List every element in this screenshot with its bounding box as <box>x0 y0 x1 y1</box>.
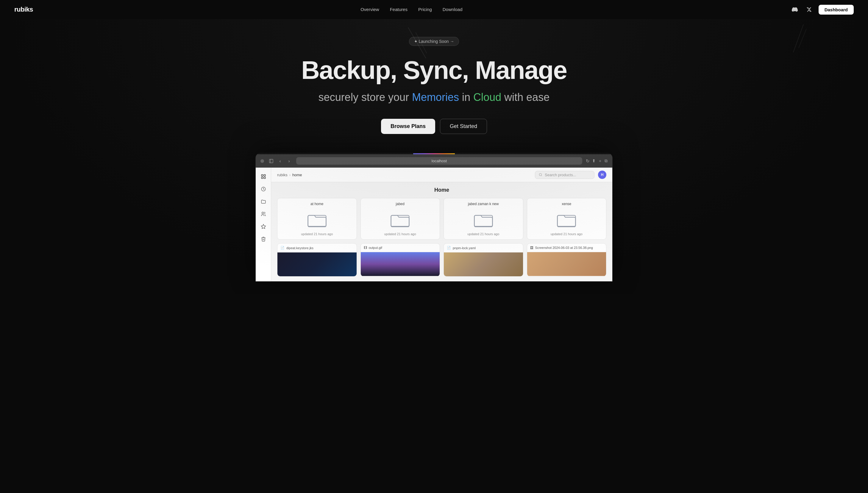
file-name: Screenshot 2024-06-03 at 23.56.38.png <box>535 246 593 250</box>
discord-icon[interactable] <box>790 5 800 14</box>
svg-rect-3 <box>264 174 265 176</box>
sidebar-icon-folder[interactable] <box>258 196 269 207</box>
sidebar-icon-clock[interactable] <box>258 184 269 194</box>
new-tab-icon[interactable]: ＋ <box>598 158 602 164</box>
file-thumbnail <box>444 253 523 276</box>
subtitle-suffix: with ease <box>501 91 549 103</box>
files-grid: 📄 dipeat.keystore.jks 🎞 output.gif 📄 pnp… <box>277 243 606 277</box>
file-name: dipeat.keystore.jks <box>286 246 313 250</box>
file-header: 📄 dipeat.keystore.jks <box>277 243 356 253</box>
browser-mockup: ‹ › localhost ↻ ⬆ ＋ ⧉ <box>255 153 613 282</box>
folder-name: jabed zaman k new <box>448 202 519 206</box>
sidebar-icon-users[interactable] <box>258 209 269 219</box>
launch-badge[interactable]: ✦ Launching Soon → <box>409 37 459 46</box>
nav-overview[interactable]: Overview <box>361 7 379 12</box>
share-icon[interactable]: ⬆ <box>592 158 595 164</box>
browser-controls <box>260 159 264 163</box>
app-header: rubiks › home Search products... H <box>271 168 612 182</box>
svg-point-7 <box>262 212 263 214</box>
twitter-icon[interactable] <box>804 5 814 14</box>
search-placeholder: Search products... <box>545 173 576 177</box>
sidebar-icon-trash[interactable] <box>258 234 269 244</box>
url-text: localhost <box>432 159 447 163</box>
folder-updated: updated 21 hours ago <box>531 232 603 236</box>
breadcrumb-root[interactable]: rubiks <box>277 173 287 177</box>
file-card[interactable]: 📄 pnpm-lock.yaml <box>443 243 523 277</box>
subtitle-memories: Memories <box>412 91 459 103</box>
svg-rect-5 <box>264 177 265 179</box>
file-header: 🎞 output.gif <box>361 243 440 252</box>
hero-section: ✦ Launching Soon → Backup, Sync, Manage … <box>0 19 868 294</box>
file-card[interactable]: 🖼 Screenshot 2024-06-03 at 23.56.38.png <box>527 243 607 277</box>
folder-card[interactable]: xense updated 21 hours ago <box>527 198 607 240</box>
folder-name: at home <box>281 202 353 206</box>
browser-forward-btn[interactable]: › <box>285 157 292 165</box>
folder-card[interactable]: jabed updated 21 hours ago <box>361 198 440 240</box>
subtitle-middle: in <box>459 91 473 103</box>
browser-dot-1 <box>260 159 264 163</box>
folder-card[interactable]: at home updated 21 hours ago <box>277 198 357 240</box>
subtitle-cloud: Cloud <box>473 91 501 103</box>
avatar[interactable]: H <box>598 171 606 179</box>
file-thumbnail <box>361 252 440 276</box>
nav-right: Dashboard <box>790 5 854 15</box>
folder-name: jabed <box>364 202 436 206</box>
navbar: rubiks Overview Features Pricing Downloa… <box>0 0 868 19</box>
browser-sidebar-icon[interactable] <box>267 157 275 165</box>
svg-rect-4 <box>261 177 263 179</box>
file-icon: 📄 <box>280 246 285 250</box>
svg-point-9 <box>539 174 542 176</box>
hero-title: Backup, Sync, Manage <box>6 57 862 83</box>
folder-icon <box>391 210 410 229</box>
logo[interactable]: rubiks <box>14 6 33 14</box>
browser-url-bar[interactable]: localhost <box>296 157 582 165</box>
folder-icon <box>474 210 493 229</box>
file-card[interactable]: 🎞 output.gif <box>361 243 440 277</box>
browser-nav-buttons: ‹ › <box>267 157 292 165</box>
svg-marker-8 <box>261 224 265 229</box>
reload-icon[interactable]: ↻ <box>586 158 590 164</box>
file-icon: 🎞 <box>364 246 367 250</box>
browser-back-btn[interactable]: ‹ <box>277 157 284 165</box>
svg-rect-0 <box>269 159 273 163</box>
hero-buttons: Browse Plans Get Started <box>6 119 862 134</box>
app-sidebar <box>256 168 271 281</box>
folder-icon-wrap <box>531 209 603 230</box>
folder-name: xense <box>531 202 603 206</box>
sidebar-icon-home[interactable] <box>258 171 269 182</box>
folder-icon-wrap <box>448 209 519 230</box>
app-main: rubiks › home Search products... H Hom <box>271 168 612 281</box>
file-card[interactable]: 📄 dipeat.keystore.jks <box>277 243 357 277</box>
breadcrumb-separator: › <box>289 173 290 177</box>
file-name: output.gif <box>369 246 382 250</box>
dashboard-button[interactable]: Dashboard <box>819 5 854 15</box>
nav-features[interactable]: Features <box>390 7 408 12</box>
folder-card[interactable]: jabed zaman k new updated 21 hours ago <box>443 198 523 240</box>
search-bar[interactable]: Search products... <box>535 171 594 179</box>
file-header: 📄 pnpm-lock.yaml <box>444 243 523 253</box>
file-header: 🖼 Screenshot 2024-06-03 at 23.56.38.png <box>527 243 606 252</box>
nav-download[interactable]: Download <box>442 7 462 12</box>
browse-plans-button[interactable]: Browse Plans <box>381 119 435 134</box>
file-manager: Home at home updated 21 hours ago jabed <box>271 182 612 281</box>
svg-line-10 <box>541 175 542 176</box>
folder-updated: updated 21 hours ago <box>364 232 436 236</box>
page-title: Home <box>277 187 606 193</box>
nav-pricing[interactable]: Pricing <box>418 7 432 12</box>
file-thumbnail <box>277 253 356 276</box>
folder-updated: updated 21 hours ago <box>448 232 519 236</box>
folder-icon <box>307 210 327 229</box>
folder-updated: updated 21 hours ago <box>281 232 353 236</box>
folders-grid: at home updated 21 hours ago jabed updat… <box>277 198 606 240</box>
file-icon: 🖼 <box>530 246 534 250</box>
file-icon: 📄 <box>447 246 451 250</box>
window-icon[interactable]: ⧉ <box>605 158 608 164</box>
app-content: rubiks › home Search products... H Hom <box>256 168 612 281</box>
breadcrumb: rubiks › home <box>277 173 302 177</box>
hero-subtitle: securely store your Memories in Cloud wi… <box>6 90 862 105</box>
nav-links: Overview Features Pricing Download <box>361 7 462 12</box>
folder-icon <box>557 210 576 229</box>
svg-rect-2 <box>261 174 263 176</box>
get-started-button[interactable]: Get Started <box>440 119 487 134</box>
sidebar-icon-star[interactable] <box>258 221 269 232</box>
